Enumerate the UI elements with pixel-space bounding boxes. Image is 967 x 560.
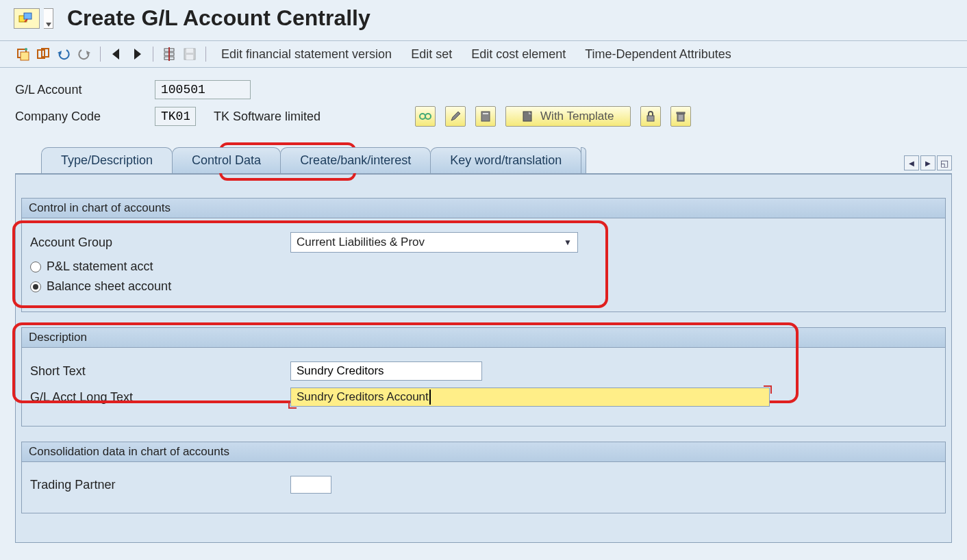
gl-account-input[interactable]	[155, 80, 251, 99]
account-group-value: Current Liabilities & Prov	[297, 236, 425, 249]
account-group-select[interactable]: Current Liabilities & Prov ▼	[290, 232, 578, 253]
account-group-label: Account Group	[30, 236, 290, 250]
text-caret	[429, 390, 431, 405]
tab-control-data[interactable]: Control Data	[172, 147, 281, 173]
long-text-label: G/L Acct Long Text	[30, 390, 290, 405]
group-control-title: Control in chart of accounts	[22, 199, 945, 218]
radio-balance-sheet[interactable]: Balance sheet account	[30, 279, 937, 294]
edit-cost-element-link[interactable]: Edit cost element	[471, 47, 566, 62]
group-consolidation-title: Consolidation data in chart of accounts	[22, 442, 945, 462]
tab-create-bank-interest[interactable]: Create/bank/interest	[280, 147, 431, 173]
with-template-label: With Template	[540, 110, 614, 123]
radio-pl-label: P&L statement acct	[47, 259, 153, 274]
save-icon[interactable]	[181, 45, 199, 63]
separator	[205, 47, 206, 62]
previous-icon[interactable]	[108, 45, 125, 63]
edit-set-link[interactable]: Edit set	[411, 47, 452, 62]
gl-account-label: G/L Account	[15, 83, 145, 97]
long-text-input[interactable]: Sundry Creditors Account	[290, 387, 770, 407]
tab-list-icon[interactable]: ◱	[937, 155, 952, 170]
tab-body: Control in chart of accounts Account Gro…	[15, 173, 952, 543]
other-object-icon[interactable]	[14, 45, 32, 63]
company-code-label: Company Code	[15, 110, 145, 124]
svg-marker-2	[46, 23, 51, 27]
lock-icon[interactable]	[640, 106, 661, 127]
group-description: Description Short Text G/L Acct Long Tex…	[21, 327, 946, 427]
long-text-value: Sundry Creditors Account	[297, 390, 429, 404]
short-text-label: Short Text	[30, 364, 290, 379]
copy-icon[interactable]	[34, 45, 52, 63]
undo-icon[interactable]	[55, 45, 73, 63]
svg-point-19	[420, 114, 425, 119]
header-fields: G/L Account Company Code TK Software lim…	[0, 68, 967, 140]
separator	[100, 47, 101, 62]
time-dependent-attributes-link[interactable]: Time-Dependent Attributes	[585, 47, 731, 62]
svg-rect-17	[186, 49, 193, 53]
svg-point-20	[425, 114, 431, 119]
short-text-input[interactable]	[290, 361, 482, 381]
create-icon[interactable]	[475, 106, 496, 127]
company-code-input[interactable]	[155, 107, 196, 126]
edit-fsv-link[interactable]: Edit financial statement version	[221, 47, 392, 62]
title-bar: Create G/L Account Centrally	[0, 0, 967, 41]
svg-rect-18	[186, 55, 193, 60]
change-icon[interactable]	[445, 106, 466, 127]
svg-rect-28	[677, 112, 685, 114]
title-dropdown-icon[interactable]	[44, 8, 53, 29]
svg-rect-24	[523, 112, 531, 121]
svg-rect-26	[647, 116, 654, 121]
transaction-icon[interactable]	[14, 8, 40, 29]
delete-icon[interactable]	[670, 106, 691, 127]
radio-bs-label: Balance sheet account	[47, 279, 171, 294]
filter-icon[interactable]	[160, 45, 178, 63]
trading-partner-input[interactable]	[290, 476, 331, 494]
chevron-down-icon: ▼	[564, 238, 572, 247]
tab-keyword-translation[interactable]: Key word/translation	[430, 147, 581, 173]
svg-point-5	[25, 48, 27, 51]
tab-type-description[interactable]: Type/Description	[41, 147, 173, 173]
company-description: TK Software limited	[214, 110, 321, 124]
trading-partner-label: Trading Partner	[30, 478, 290, 492]
with-template-button[interactable]: With Template	[505, 106, 631, 127]
next-icon[interactable]	[128, 45, 146, 63]
group-description-title: Description	[22, 328, 945, 348]
svg-marker-10	[112, 49, 119, 60]
radio-unchecked-icon	[30, 262, 41, 272]
svg-rect-1	[24, 13, 32, 19]
group-consolidation: Consolidation data in chart of accounts …	[21, 442, 946, 513]
separator	[153, 47, 153, 62]
tab-overflow-indicator[interactable]	[581, 147, 586, 173]
tab-scroll-left-icon[interactable]: ◄	[904, 155, 919, 170]
display-icon[interactable]	[415, 106, 436, 127]
svg-marker-11	[134, 49, 141, 60]
group-control-chart: Control in chart of accounts Account Gro…	[21, 198, 946, 312]
svg-rect-23	[483, 113, 488, 114]
application-toolbar: Edit financial statement version Edit se…	[0, 41, 967, 68]
page-title: Create G/L Account Centrally	[67, 5, 371, 31]
redo-icon[interactable]	[75, 45, 93, 63]
svg-rect-4	[21, 52, 29, 60]
radio-checked-icon	[30, 281, 41, 292]
tab-scroll-right-icon[interactable]: ►	[920, 155, 935, 170]
tabstrip: Type/Description Control Data Create/ban…	[0, 140, 967, 173]
radio-pl-statement[interactable]: P&L statement acct	[30, 259, 937, 274]
